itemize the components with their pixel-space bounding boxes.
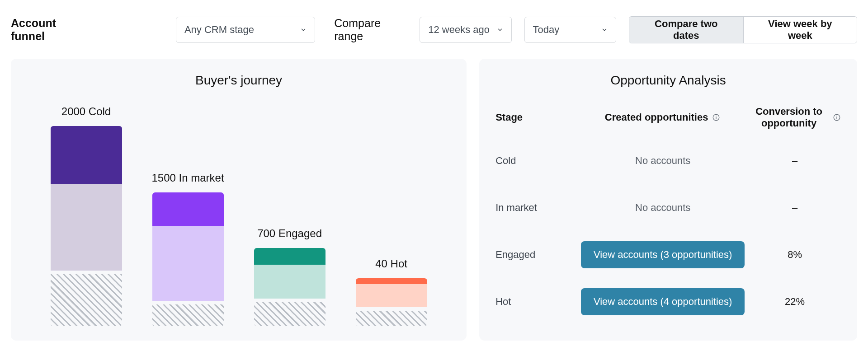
bar-segment-bottom [51, 184, 122, 271]
opportunity-row: ColdNo accounts– [495, 137, 841, 184]
opportunity-stage: Hot [495, 296, 577, 308]
bar-label: 2000 Cold [61, 105, 111, 118]
bar-stack[interactable] [356, 278, 427, 307]
opportunity-created: View accounts (3 opportunities) [577, 241, 749, 268]
bar-label: 700 Engaged [257, 227, 322, 240]
bar-stack[interactable] [254, 248, 326, 299]
opportunity-row: EngagedView accounts (3 opportunities)8% [495, 231, 841, 278]
range-end-select[interactable]: Today [524, 17, 616, 43]
opportunity-stage: Engaged [495, 249, 577, 261]
chevron-down-icon [601, 27, 608, 33]
opportunity-conversion: 22% [749, 296, 841, 308]
range-start-value: 12 weeks ago [428, 24, 496, 36]
info-icon[interactable] [833, 113, 841, 122]
page-title: Account funnel [11, 17, 91, 43]
buyers-journey-title: Buyer's journey [27, 73, 450, 88]
buyers-journey-panel: Buyer's journey 2000 Cold1500 In market7… [11, 59, 467, 341]
opportunity-title: Opportunity Analysis [495, 73, 841, 88]
opportunity-created: No accounts [577, 155, 749, 167]
svg-rect-4 [836, 117, 837, 119]
opportunity-row: In marketNo accounts– [495, 184, 841, 231]
opportunity-table-head: Stage Created opportunities Conversion t… [495, 106, 841, 129]
bar-segment-hatched [254, 302, 326, 326]
view-toggle-group: Compare two dates View week by week [629, 16, 857, 43]
crm-stage-value: Any CRM stage [184, 24, 300, 36]
bar-stack[interactable] [51, 126, 122, 271]
opportunity-conversion: 8% [749, 249, 841, 261]
opportunity-col-conversion-label: Conversion to opportunity [749, 106, 829, 129]
opportunity-stage: In market [495, 202, 577, 214]
bar-stack[interactable] [152, 192, 224, 301]
bar-segment-top [254, 248, 326, 265]
opportunity-col-created: Created opportunities [577, 112, 749, 123]
bar-segment-top [152, 192, 224, 226]
opportunity-col-conversion: Conversion to opportunity [749, 106, 841, 129]
bar-col-in-market: 1500 In market [152, 172, 224, 326]
bar-segment-bottom [152, 226, 224, 301]
svg-point-5 [836, 116, 837, 117]
bar-segment-hatched [51, 274, 122, 326]
opportunity-conversion: – [749, 155, 841, 167]
crm-stage-select[interactable]: Any CRM stage [176, 17, 315, 43]
opportunity-created: View accounts (4 opportunities) [577, 288, 749, 315]
opportunity-col-created-label: Created opportunities [605, 112, 708, 123]
svg-rect-1 [716, 117, 717, 119]
opportunity-created: No accounts [577, 202, 749, 214]
view-accounts-button[interactable]: View accounts (4 opportunities) [581, 288, 745, 315]
bar-segment-bottom [254, 265, 326, 299]
opportunity-conversion: – [749, 202, 841, 214]
view-accounts-button[interactable]: View accounts (3 opportunities) [581, 241, 745, 268]
range-end-value: Today [533, 24, 601, 36]
panels: Buyer's journey 2000 Cold1500 In market7… [11, 59, 857, 341]
opportunity-col-stage: Stage [495, 112, 577, 123]
bar-col-cold: 2000 Cold [51, 105, 122, 326]
bar-segment-hatched [152, 304, 224, 326]
opportunity-row: HotView accounts (4 opportunities)22% [495, 278, 841, 325]
chevron-down-icon [497, 27, 503, 33]
svg-point-2 [716, 116, 717, 117]
compare-range-label: Compare range [334, 17, 410, 43]
buyers-journey-chart: 2000 Cold1500 In market700 Engaged40 Hot [27, 96, 450, 326]
toggle-compare-dates[interactable]: Compare two dates [629, 17, 743, 43]
opportunity-stage: Cold [495, 155, 577, 167]
chevron-down-icon [300, 27, 307, 33]
opportunity-table-body: ColdNo accounts–In marketNo accounts–Eng… [495, 137, 841, 325]
bar-segment-top [51, 126, 122, 184]
range-start-select[interactable]: 12 weeks ago [420, 17, 511, 43]
bar-segment-bottom [356, 284, 427, 307]
bar-segment-top [356, 278, 427, 284]
bar-col-engaged: 700 Engaged [254, 227, 326, 326]
opportunity-panel: Opportunity Analysis Stage Created oppor… [479, 59, 857, 341]
toggle-week-by-week[interactable]: View week by week [743, 17, 857, 43]
bar-label: 40 Hot [375, 257, 407, 270]
topbar: Account funnel Any CRM stage Compare ran… [11, 16, 857, 43]
bar-col-hot: 40 Hot [356, 257, 427, 326]
info-icon[interactable] [712, 113, 721, 122]
bar-label: 1500 In market [152, 172, 224, 184]
bar-segment-hatched [356, 311, 427, 326]
